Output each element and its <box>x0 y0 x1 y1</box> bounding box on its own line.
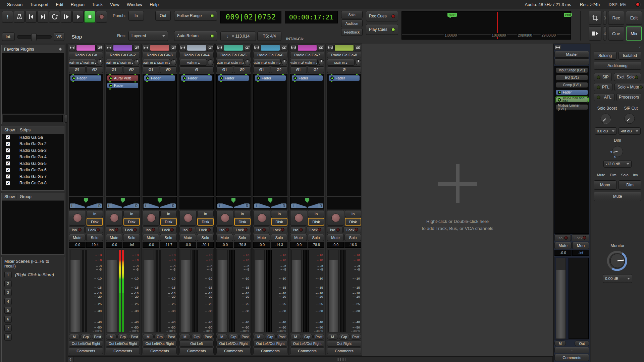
pan-widget[interactable]: LR <box>290 197 324 209</box>
monitor-level-knob[interactable] <box>606 250 629 272</box>
channel-fader[interactable] <box>107 250 117 332</box>
horizontal-scrollbar[interactable]: ❮ <box>68 356 553 362</box>
group-button[interactable]: Grp <box>265 334 276 340</box>
scrollbar-track[interactable] <box>73 357 552 362</box>
comments-button[interactable]: Comments <box>216 347 251 354</box>
phase-button[interactable]: Ø1 <box>290 66 307 73</box>
isolated-button[interactable]: Isolated <box>619 52 641 60</box>
trim-knob[interactable] <box>97 59 103 65</box>
strip-name-button[interactable]: Radio Ga Ga-8 <box>327 52 361 58</box>
peak-display[interactable]: -11.7 <box>160 242 177 248</box>
gain-display[interactable]: -0.0 <box>106 242 122 248</box>
menu-window[interactable]: Window <box>123 2 146 7</box>
menu-edit[interactable]: Edit <box>52 2 67 7</box>
pan-position-pointer[interactable] <box>268 198 273 203</box>
monitor-disk-button[interactable]: Disk <box>123 218 140 226</box>
mixer-scene-button-7[interactable]: 7 <box>4 324 12 331</box>
loop-button[interactable] <box>49 11 60 23</box>
strip-width-icon[interactable] <box>216 45 223 51</box>
processor-led[interactable] <box>146 76 149 80</box>
list-item[interactable]: ✓Radio Ga Ga-7 <box>2 173 64 180</box>
monitor-input-button[interactable]: In <box>271 210 287 217</box>
comments-button[interactable]: Comments <box>327 347 361 354</box>
monitor-disk-button[interactable]: Disk <box>160 218 177 226</box>
processor-fader[interactable]: Fader <box>107 82 139 88</box>
phase-button[interactable]: Ø2 <box>234 66 251 73</box>
channel-fader[interactable] <box>218 250 228 332</box>
strip-color-bar[interactable] <box>113 45 132 51</box>
strip-hide-icon[interactable] <box>96 45 103 51</box>
strip-color-bar[interactable] <box>298 45 317 51</box>
record-enable-button[interactable] <box>216 210 233 226</box>
master-mon-button[interactable]: Mon <box>572 242 589 249</box>
processor-led[interactable] <box>109 84 112 87</box>
monitor-disk-button[interactable]: Disk <box>87 218 103 226</box>
mixer-scene-button-4[interactable]: 4 <box>4 298 12 305</box>
gain-display[interactable]: -0.0 <box>216 242 233 248</box>
mixer-scene-button-6[interactable]: 6 <box>4 316 12 323</box>
processor-led[interactable] <box>293 76 297 80</box>
strip-visible-checkbox[interactable]: ✓ <box>6 174 10 179</box>
peak-display[interactable]: -79.8 <box>234 242 251 248</box>
menu-help[interactable]: Help <box>146 2 162 7</box>
solo-button[interactable]: Solo <box>234 234 251 241</box>
master-lock-button[interactable]: Lock <box>572 234 589 241</box>
peak-display[interactable]: -inf <box>123 242 140 248</box>
strip-visible-checkbox[interactable]: ✓ <box>6 168 10 172</box>
metering-point-button[interactable]: M <box>69 334 80 340</box>
pan-widget[interactable]: LR <box>253 197 287 209</box>
list-item[interactable]: ✓Radio Ga Ga-8 <box>2 180 64 187</box>
master-processor-eq-lv1-[interactable]: EQ (LV1) <box>556 75 588 80</box>
menu-track[interactable]: Track <box>88 2 106 7</box>
solo-lock-button[interactable]: Lock <box>122 226 140 233</box>
record-button[interactable] <box>96 11 107 23</box>
phase-button[interactable]: Ø <box>327 66 361 73</box>
solo-lock-button[interactable]: Lock <box>196 226 214 233</box>
output-button[interactable]: Out Left/Out Right <box>290 340 324 347</box>
tempo-button[interactable]: ♩ = 113.014 <box>220 32 256 41</box>
group-button[interactable]: Grp <box>154 334 165 340</box>
fader-automation-button[interactable]: Post <box>350 334 361 340</box>
record-enable-button[interactable] <box>290 210 307 226</box>
chevron-down-icon[interactable]: ⌄ <box>638 44 641 49</box>
strip-name-button[interactable]: Radio Ga Ga-3 <box>143 52 177 58</box>
processors-button[interactable]: Processors <box>616 93 641 101</box>
strip-width-icon[interactable] <box>69 45 75 51</box>
group-button[interactable]: Grp <box>191 334 202 340</box>
master-processor-fader[interactable]: Fader <box>556 89 588 95</box>
auditioning-button[interactable]: Auditioning <box>594 62 641 70</box>
master-gain-display[interactable]: -0.0 <box>554 250 572 256</box>
processor-box[interactable]: Fader <box>290 74 324 196</box>
strip-width-icon[interactable] <box>327 45 334 51</box>
strip-color-bar[interactable] <box>150 45 169 51</box>
peak-display[interactable]: -19.4 <box>86 242 103 248</box>
phase-button[interactable]: Ø1 <box>106 66 122 73</box>
fader-automation-button[interactable]: Post <box>276 334 287 340</box>
mixer-scene-button-1[interactable]: 1 <box>4 271 12 278</box>
solo-isolate-button[interactable]: Iso <box>216 226 232 233</box>
menu-session[interactable]: Session <box>3 2 26 7</box>
solo-lock-button[interactable]: Lock <box>270 226 287 233</box>
metering-point-button[interactable]: M <box>216 334 227 340</box>
processor-fader[interactable]: Fader <box>291 75 323 81</box>
go-start-button[interactable] <box>25 11 37 23</box>
master-metering-point-button[interactable]: M <box>554 341 566 346</box>
solo-button[interactable]: Solo <box>86 234 103 241</box>
processor-box[interactable]: Aural VerbFader <box>106 74 140 196</box>
comments-button[interactable]: Comments <box>179 347 214 354</box>
processor-led[interactable] <box>183 76 186 80</box>
group-button[interactable]: Grp <box>228 334 239 340</box>
favorite-plugins-list[interactable] <box>2 53 64 114</box>
strips-col-strips[interactable]: Strips <box>16 128 31 132</box>
processor-fader[interactable]: Fader <box>144 75 175 81</box>
strip-name-button[interactable]: Radio Ga Ga-7 <box>290 52 324 58</box>
solo-lock-button[interactable]: Lock <box>307 226 324 233</box>
mono-button[interactable]: Mono <box>594 180 616 190</box>
solo-mini-button[interactable]: Solo <box>341 11 363 18</box>
phase-button[interactable]: Ø2 <box>271 66 287 73</box>
processor-led[interactable] <box>558 91 561 94</box>
sync-source-button[interactable]: Int. <box>2 33 15 41</box>
processor-fader[interactable]: Fader <box>70 75 102 81</box>
output-button[interactable]: Out Left/Out Right <box>69 340 103 347</box>
master-mute-button[interactable]: Mute <box>554 242 572 249</box>
